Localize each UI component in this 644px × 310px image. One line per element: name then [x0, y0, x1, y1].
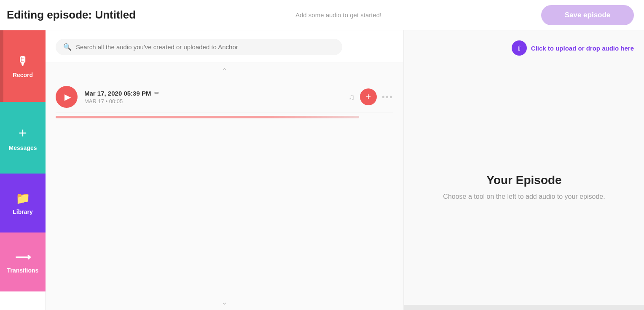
audio-item: ▶ Mar 17, 2020 05:39 PM ✏ MAR 17 • 00:05…	[56, 80, 393, 112]
panels: 🔍 ⌃ ▶ Mar 17, 2020 05:39 PM	[46, 30, 644, 310]
upload-area[interactable]: ⇧ Click to upload or drop audio here	[512, 40, 634, 56]
upload-text: Click to upload or drop audio here	[531, 45, 634, 52]
collapse-toggle[interactable]: ⌃	[46, 62, 403, 80]
chevron-up-icon: ⌃	[221, 67, 228, 76]
sidebar-item-label-record: Record	[13, 72, 33, 78]
episode-empty-subtitle: Choose a tool on the left to add audio t…	[443, 193, 605, 200]
search-bar: 🔍	[46, 30, 403, 62]
plus-icon: +	[19, 125, 27, 141]
main-layout: 🎙 Record + Messages 📁 Library ⟶ Transiti…	[0, 30, 644, 310]
audio-title: Mar 17, 2020 05:39 PM ✏	[84, 90, 342, 97]
sidebar: 🎙 Record + Messages 📁 Library ⟶ Transiti…	[0, 30, 46, 310]
waveform-bar	[56, 116, 359, 118]
horizontal-scrollbar[interactable]	[404, 305, 644, 310]
episode-empty-state: Your Episode Choose a tool on the left t…	[443, 74, 605, 300]
search-icon: 🔍	[63, 43, 72, 51]
sidebar-item-label-transitions: Transitions	[7, 267, 39, 274]
search-input[interactable]	[76, 43, 335, 51]
play-button[interactable]: ▶	[56, 86, 78, 108]
header-hint: Add some audio to get started!	[295, 11, 381, 19]
microphone-icon: 🎙	[17, 54, 29, 68]
search-input-wrap: 🔍	[56, 39, 342, 55]
save-episode-button[interactable]: Save episode	[541, 5, 634, 25]
episode-empty-title: Your Episode	[486, 174, 561, 187]
edit-icon[interactable]: ✏	[154, 90, 159, 96]
audio-actions: ♫ + •••	[349, 88, 393, 105]
expand-toggle[interactable]: ⌄	[46, 294, 403, 310]
sidebar-item-label-library: Library	[13, 208, 32, 215]
sidebar-item-transitions[interactable]: ⟶ Transitions	[0, 232, 46, 291]
sidebar-item-messages[interactable]: + Messages	[0, 102, 46, 174]
chevron-down-icon: ⌄	[221, 297, 228, 307]
add-to-episode-button[interactable]: +	[360, 88, 377, 105]
audio-list: ▶ Mar 17, 2020 05:39 PM ✏ MAR 17 • 00:05…	[46, 80, 403, 294]
right-panel: ⇧ Click to upload or drop audio here You…	[404, 30, 644, 310]
arrow-icon: ⟶	[15, 251, 31, 264]
audio-meta: MAR 17 • 00:05	[84, 98, 342, 104]
page-title: Editing episode: Untitled	[7, 8, 136, 21]
play-icon: ▶	[64, 92, 71, 102]
left-panel: 🔍 ⌃ ▶ Mar 17, 2020 05:39 PM	[46, 30, 404, 310]
audio-info: Mar 17, 2020 05:39 PM ✏ MAR 17 • 00:05	[84, 90, 342, 104]
sidebar-item-record[interactable]: 🎙 Record	[0, 30, 46, 102]
sidebar-item-label-messages: Messages	[9, 144, 37, 151]
sidebar-item-library[interactable]: 📁 Library	[0, 174, 46, 232]
upload-icon: ⇧	[512, 40, 527, 56]
folder-icon: 📁	[16, 191, 30, 205]
music-note-button[interactable]: ♫	[349, 92, 355, 102]
sidebar-accent	[0, 30, 3, 102]
more-options-button[interactable]: •••	[382, 92, 393, 102]
header: Editing episode: Untitled Add some audio…	[0, 0, 644, 30]
